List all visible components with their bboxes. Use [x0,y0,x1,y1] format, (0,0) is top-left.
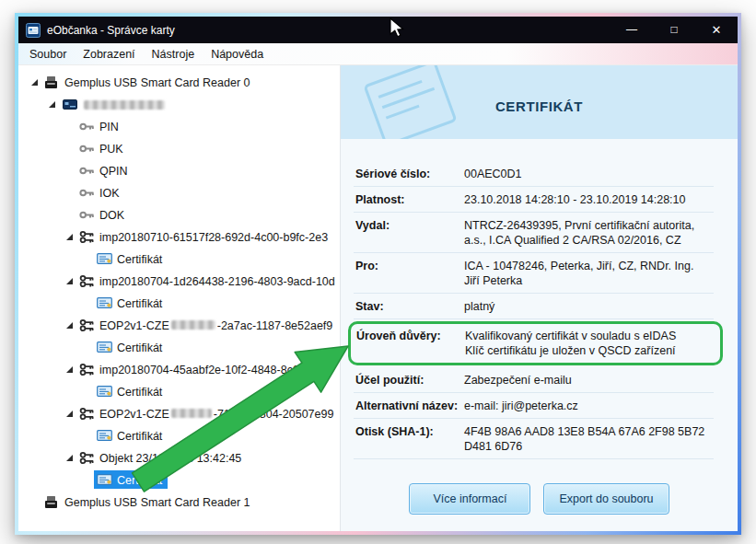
tree-item-label: PUK [99,142,123,156]
detail-row: Vydal:NTRCZ-26439395, První certifikační… [354,213,714,253]
tree-item-body[interactable]: imp20180704-45aabf2e-10f2-4848-8c8d-ac5 [76,360,333,378]
tree-item[interactable]: PUK [18,137,340,159]
tree-item-body[interactable] [59,95,172,113]
expander-icon[interactable] [63,233,76,241]
tree-item-body[interactable]: DOK [76,205,130,224]
expander-icon[interactable] [63,410,76,418]
expander-icon[interactable] [63,365,76,374]
detail-label: Otisk (SHA-1): [355,424,464,454]
keypair-icon [78,318,96,332]
expander-icon[interactable] [63,321,76,330]
expander-icon[interactable] [45,100,59,109]
detail-value: platný [464,299,712,314]
details-header: CERTIFIKÁT [341,65,738,139]
detail-label: Pro: [355,259,464,288]
tree-item[interactable]: Certifikát [18,424,340,446]
tree-item-label: Certifikát [117,252,162,266]
tree-item-body[interactable]: Certifikát [94,249,168,268]
close-button[interactable]: ✕ [695,17,738,43]
tree-item-label: Gemplus USB Smart Card Reader 0 [64,75,250,89]
screenshot-canvas: eObčanka - Správce karty — □ ✕ SouborZob… [0,0,756,544]
tree-item[interactable]: imp20180710-61517f28-692d-4c00-b9fc-2e3 [18,226,340,248]
tree-item-label: Gemplus USB Smart Card Reader 1 [64,495,250,509]
tree-item-selected[interactable]: Certifikát [94,470,168,489]
tree-item[interactable]: Gemplus USB Smart Card Reader 0 [18,71,340,93]
tree-item-label: EOP2v1-CZE-2a7ac-1187-8e52aef9 [99,318,332,332]
tree-item-body[interactable]: QPIN [76,161,134,179]
tree-item-body[interactable]: EOP2v1-CZE-71890-0804-20507e99 [76,404,339,422]
menu-item-napoveda[interactable]: Nápověda [203,43,272,64]
detail-label: Platnost: [355,192,464,207]
menu-item-zobrazeni[interactable]: Zobrazení [75,43,143,64]
cert-icon [96,251,113,266]
detail-value: e-mail: jiri@peterka.cz [464,399,712,413]
minimize-button[interactable]: — [611,17,653,43]
detail-row: Sériové číslo:00AEC0D1 [354,161,714,187]
tree-item[interactable]: imp20180704-1d264438-2196-4803-9acd-10d [18,270,340,292]
detail-value: Kvalifikovaný certifikát v souladu s eID… [465,329,713,358]
tree-item-body[interactable]: PIN [76,117,124,135]
tree-item-label: imp20180710-61517f28-692d-4c00-b9fc-2e3 [99,230,328,244]
redacted-text [171,409,212,418]
expander-icon[interactable] [63,277,76,285]
expander-icon[interactable] [63,454,76,462]
maximize-button[interactable]: □ [653,17,695,43]
cert-icon [96,295,113,310]
tree-item-label: Certifikát [117,296,162,310]
menu-item-nastroje[interactable]: Nástroje [144,43,204,64]
export-to-file-button[interactable]: Export do souboru [543,483,669,515]
redacted-text [84,100,165,110]
cert-icon [96,384,113,399]
tree-item-body[interactable]: PUK [76,139,129,157]
tree-panel: Gemplus USB Smart Card Reader 0PINPUKQPI… [18,65,341,531]
tree-item[interactable]: Certifikát [18,469,340,491]
cert-icon [96,428,113,443]
tree-item-body[interactable]: Certifikát [94,338,168,356]
tree-item[interactable]: Objekt 23/10/2018 13:42:45 [18,446,340,469]
tree-item-body[interactable]: Gemplus USB Smart Card Reader 0 [41,73,255,91]
tree-item[interactable]: Gemplus USB Smart Card Reader 1 [18,491,340,513]
title-bar[interactable]: eObčanka - Správce karty — □ ✕ [18,17,738,43]
detail-value: NTRCZ-26439395, První certifikační autor… [464,218,712,248]
key-icon [78,185,96,200]
key-icon [78,163,96,178]
app-window: eObčanka - Správce karty — □ ✕ SouborZob… [15,13,741,535]
tree-item-label: Certifikát [117,473,162,487]
redacted-text [171,320,215,330]
tree-item[interactable]: Certifikát [18,380,340,402]
tree-item[interactable]: imp20180704-45aabf2e-10f2-4848-8c8d-ac5 [18,358,340,380]
keypair-icon [78,229,96,244]
tree-item[interactable]: Certifikát [18,292,340,314]
tree-item-body[interactable]: IOK [76,183,125,202]
tree-item[interactable]: DOK [18,203,340,226]
keypair-icon [78,273,96,288]
more-info-button[interactable]: Více informací [409,483,530,515]
keypair-icon [78,362,96,376]
app-icon [26,23,41,38]
tree-item[interactable]: Certifikát [18,248,340,270]
tree-item-label: QPIN [99,164,128,178]
tree-item-label: EOP2v1-CZE-71890-0804-20507e99 [99,407,333,421]
tree-item-body[interactable]: Gemplus USB Smart Card Reader 1 [41,492,255,511]
detail-value: 4F4B 98A6 AAD8 13E8 B54A 67A6 2F98 5B72 … [464,424,712,454]
tree-item-label: IOK [99,186,120,200]
tree-item[interactable]: EOP2v1-CZE-71890-0804-20507e99 [18,402,340,424]
tree-item[interactable]: IOK [18,181,340,203]
tree-item-body[interactable]: imp20180704-1d264438-2196-4803-9acd-10d [76,272,340,290]
tree-item-body[interactable]: EOP2v1-CZE-2a7ac-1187-8e52aef9 [76,316,338,334]
tree-item-label [82,98,167,110]
tree-item-body[interactable]: Certifikát [94,294,168,312]
tree-item[interactable]: EOP2v1-CZE-2a7ac-1187-8e52aef9 [18,314,340,336]
tree-item-body[interactable]: imp20180710-61517f28-692d-4c00-b9fc-2e3 [76,227,333,246]
tree-item[interactable] [18,93,340,115]
tree-item-label: imp20180704-1d264438-2196-4803-9acd-10d [99,274,335,288]
tree-item[interactable]: PIN [18,115,340,137]
tree-item[interactable]: QPIN [18,159,340,181]
reader-icon [43,75,61,89]
tree-item-body[interactable]: Certifikát [94,426,168,445]
tree-item[interactable]: Certifikát [18,336,340,358]
tree-item-body[interactable]: Objekt 23/10/2018 13:42:45 [76,448,247,467]
expander-icon[interactable] [28,78,41,87]
tree-item-body[interactable]: Certifikát [94,382,168,400]
menu-item-soubor[interactable]: Soubor [21,43,75,64]
